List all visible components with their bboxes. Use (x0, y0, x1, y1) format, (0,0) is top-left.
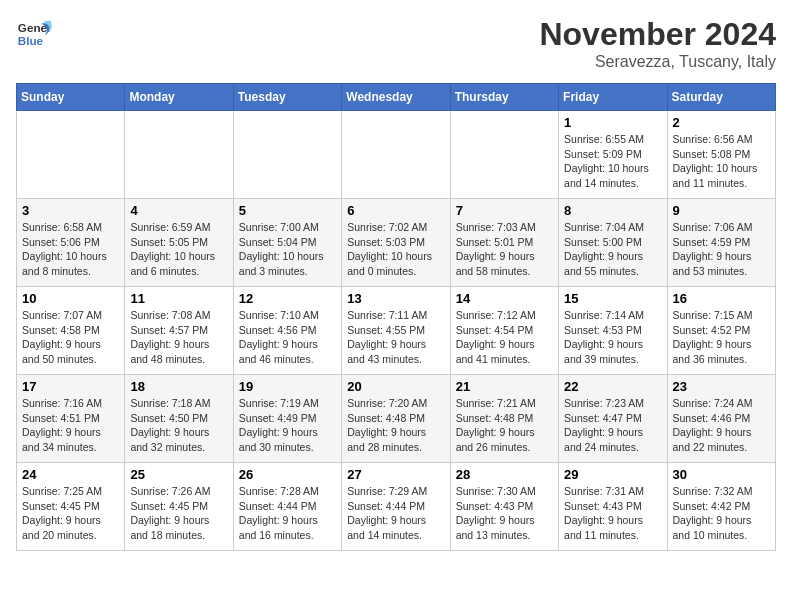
day-number: 12 (239, 291, 336, 306)
day-info: Sunrise: 7:30 AM Sunset: 4:43 PM Dayligh… (456, 484, 553, 543)
calendar-cell: 16Sunrise: 7:15 AM Sunset: 4:52 PM Dayli… (667, 287, 775, 375)
day-info: Sunrise: 7:11 AM Sunset: 4:55 PM Dayligh… (347, 308, 444, 367)
logo-icon: General Blue (16, 16, 52, 52)
calendar-cell (125, 111, 233, 199)
day-number: 25 (130, 467, 227, 482)
weekday-header: Saturday (667, 84, 775, 111)
calendar-cell: 1Sunrise: 6:55 AM Sunset: 5:09 PM Daylig… (559, 111, 667, 199)
day-number: 13 (347, 291, 444, 306)
calendar-cell: 15Sunrise: 7:14 AM Sunset: 4:53 PM Dayli… (559, 287, 667, 375)
month-title: November 2024 (539, 16, 776, 53)
day-number: 29 (564, 467, 661, 482)
day-info: Sunrise: 7:08 AM Sunset: 4:57 PM Dayligh… (130, 308, 227, 367)
day-info: Sunrise: 7:28 AM Sunset: 4:44 PM Dayligh… (239, 484, 336, 543)
day-number: 30 (673, 467, 770, 482)
weekday-header: Sunday (17, 84, 125, 111)
day-info: Sunrise: 6:59 AM Sunset: 5:05 PM Dayligh… (130, 220, 227, 279)
day-info: Sunrise: 7:10 AM Sunset: 4:56 PM Dayligh… (239, 308, 336, 367)
weekday-header: Friday (559, 84, 667, 111)
title-block: November 2024 Seravezza, Tuscany, Italy (539, 16, 776, 71)
calendar-cell: 9Sunrise: 7:06 AM Sunset: 4:59 PM Daylig… (667, 199, 775, 287)
location: Seravezza, Tuscany, Italy (539, 53, 776, 71)
weekday-header: Thursday (450, 84, 558, 111)
calendar-cell: 5Sunrise: 7:00 AM Sunset: 5:04 PM Daylig… (233, 199, 341, 287)
calendar-cell: 6Sunrise: 7:02 AM Sunset: 5:03 PM Daylig… (342, 199, 450, 287)
day-number: 4 (130, 203, 227, 218)
calendar-cell: 29Sunrise: 7:31 AM Sunset: 4:43 PM Dayli… (559, 463, 667, 551)
day-number: 26 (239, 467, 336, 482)
calendar-cell: 28Sunrise: 7:30 AM Sunset: 4:43 PM Dayli… (450, 463, 558, 551)
svg-text:Blue: Blue (18, 34, 44, 47)
calendar-cell: 25Sunrise: 7:26 AM Sunset: 4:45 PM Dayli… (125, 463, 233, 551)
day-number: 23 (673, 379, 770, 394)
day-info: Sunrise: 7:07 AM Sunset: 4:58 PM Dayligh… (22, 308, 119, 367)
day-info: Sunrise: 7:06 AM Sunset: 4:59 PM Dayligh… (673, 220, 770, 279)
weekday-header: Wednesday (342, 84, 450, 111)
day-number: 19 (239, 379, 336, 394)
day-info: Sunrise: 7:12 AM Sunset: 4:54 PM Dayligh… (456, 308, 553, 367)
calendar-cell: 4Sunrise: 6:59 AM Sunset: 5:05 PM Daylig… (125, 199, 233, 287)
day-info: Sunrise: 7:14 AM Sunset: 4:53 PM Dayligh… (564, 308, 661, 367)
day-number: 7 (456, 203, 553, 218)
calendar-cell (342, 111, 450, 199)
calendar-week: 17Sunrise: 7:16 AM Sunset: 4:51 PM Dayli… (17, 375, 776, 463)
day-number: 22 (564, 379, 661, 394)
day-number: 24 (22, 467, 119, 482)
logo: General Blue (16, 16, 52, 52)
calendar-cell: 8Sunrise: 7:04 AM Sunset: 5:00 PM Daylig… (559, 199, 667, 287)
day-number: 3 (22, 203, 119, 218)
calendar-week: 1Sunrise: 6:55 AM Sunset: 5:09 PM Daylig… (17, 111, 776, 199)
weekday-header: Tuesday (233, 84, 341, 111)
day-number: 18 (130, 379, 227, 394)
calendar-cell: 23Sunrise: 7:24 AM Sunset: 4:46 PM Dayli… (667, 375, 775, 463)
day-info: Sunrise: 7:25 AM Sunset: 4:45 PM Dayligh… (22, 484, 119, 543)
calendar-cell (233, 111, 341, 199)
day-info: Sunrise: 7:23 AM Sunset: 4:47 PM Dayligh… (564, 396, 661, 455)
weekday-header: Monday (125, 84, 233, 111)
day-number: 20 (347, 379, 444, 394)
day-number: 9 (673, 203, 770, 218)
calendar-cell: 27Sunrise: 7:29 AM Sunset: 4:44 PM Dayli… (342, 463, 450, 551)
calendar-cell: 18Sunrise: 7:18 AM Sunset: 4:50 PM Dayli… (125, 375, 233, 463)
day-info: Sunrise: 7:00 AM Sunset: 5:04 PM Dayligh… (239, 220, 336, 279)
calendar-cell: 7Sunrise: 7:03 AM Sunset: 5:01 PM Daylig… (450, 199, 558, 287)
calendar-cell: 20Sunrise: 7:20 AM Sunset: 4:48 PM Dayli… (342, 375, 450, 463)
calendar-cell: 19Sunrise: 7:19 AM Sunset: 4:49 PM Dayli… (233, 375, 341, 463)
day-info: Sunrise: 7:26 AM Sunset: 4:45 PM Dayligh… (130, 484, 227, 543)
day-info: Sunrise: 7:19 AM Sunset: 4:49 PM Dayligh… (239, 396, 336, 455)
calendar-cell: 17Sunrise: 7:16 AM Sunset: 4:51 PM Dayli… (17, 375, 125, 463)
calendar-cell: 2Sunrise: 6:56 AM Sunset: 5:08 PM Daylig… (667, 111, 775, 199)
day-info: Sunrise: 7:24 AM Sunset: 4:46 PM Dayligh… (673, 396, 770, 455)
calendar-week: 24Sunrise: 7:25 AM Sunset: 4:45 PM Dayli… (17, 463, 776, 551)
calendar-cell (450, 111, 558, 199)
calendar-cell: 24Sunrise: 7:25 AM Sunset: 4:45 PM Dayli… (17, 463, 125, 551)
day-info: Sunrise: 7:20 AM Sunset: 4:48 PM Dayligh… (347, 396, 444, 455)
calendar-cell: 3Sunrise: 6:58 AM Sunset: 5:06 PM Daylig… (17, 199, 125, 287)
calendar: SundayMondayTuesdayWednesdayThursdayFrid… (16, 83, 776, 551)
day-number: 15 (564, 291, 661, 306)
calendar-cell: 21Sunrise: 7:21 AM Sunset: 4:48 PM Dayli… (450, 375, 558, 463)
day-info: Sunrise: 7:03 AM Sunset: 5:01 PM Dayligh… (456, 220, 553, 279)
day-number: 5 (239, 203, 336, 218)
day-info: Sunrise: 7:32 AM Sunset: 4:42 PM Dayligh… (673, 484, 770, 543)
day-info: Sunrise: 7:29 AM Sunset: 4:44 PM Dayligh… (347, 484, 444, 543)
calendar-cell: 26Sunrise: 7:28 AM Sunset: 4:44 PM Dayli… (233, 463, 341, 551)
day-info: Sunrise: 7:02 AM Sunset: 5:03 PM Dayligh… (347, 220, 444, 279)
day-number: 8 (564, 203, 661, 218)
day-info: Sunrise: 7:15 AM Sunset: 4:52 PM Dayligh… (673, 308, 770, 367)
calendar-cell: 22Sunrise: 7:23 AM Sunset: 4:47 PM Dayli… (559, 375, 667, 463)
page-header: General Blue November 2024 Seravezza, Tu… (16, 16, 776, 71)
day-number: 27 (347, 467, 444, 482)
day-number: 14 (456, 291, 553, 306)
day-info: Sunrise: 6:58 AM Sunset: 5:06 PM Dayligh… (22, 220, 119, 279)
day-number: 16 (673, 291, 770, 306)
calendar-cell: 13Sunrise: 7:11 AM Sunset: 4:55 PM Dayli… (342, 287, 450, 375)
calendar-cell: 10Sunrise: 7:07 AM Sunset: 4:58 PM Dayli… (17, 287, 125, 375)
calendar-cell: 30Sunrise: 7:32 AM Sunset: 4:42 PM Dayli… (667, 463, 775, 551)
day-number: 21 (456, 379, 553, 394)
day-number: 6 (347, 203, 444, 218)
day-info: Sunrise: 6:55 AM Sunset: 5:09 PM Dayligh… (564, 132, 661, 191)
day-info: Sunrise: 6:56 AM Sunset: 5:08 PM Dayligh… (673, 132, 770, 191)
day-number: 2 (673, 115, 770, 130)
calendar-week: 3Sunrise: 6:58 AM Sunset: 5:06 PM Daylig… (17, 199, 776, 287)
